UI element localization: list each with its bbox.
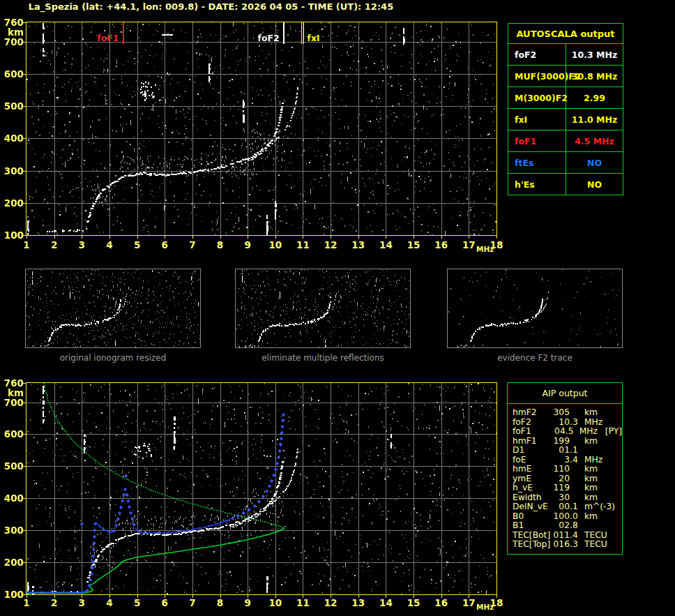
x-tick-label: 11 [293, 598, 312, 608]
x-axis-tick [54, 595, 55, 598]
aip-param-cell: foE [508, 456, 553, 465]
aip-param-cell: Ewidth [508, 493, 553, 503]
x-tick-label: 12 [321, 240, 340, 250]
aip-param-cell: B0 [508, 512, 553, 522]
x-tick-label: 7 [183, 598, 202, 608]
x-axis-tick [109, 595, 110, 598]
y-axis-tick [23, 594, 26, 595]
x-tick-label: 16 [432, 240, 451, 250]
x-axis-tick [496, 236, 497, 239]
y-axis-tick [23, 562, 26, 563]
y-axis-tick [23, 530, 26, 531]
aip-value-int: 305 [553, 408, 570, 418]
x-axis-tick [386, 236, 386, 239]
aip-note-cell [611, 502, 612, 512]
y-axis-tick [23, 434, 26, 435]
autoscala-row: h'EsNO [508, 174, 623, 195]
y-tick-label: 600 [1, 429, 24, 439]
x-tick-label: 1 [17, 240, 36, 250]
aip-unit-cell: MHz [580, 418, 611, 428]
x-tick-label: 15 [404, 240, 423, 250]
aip-value-frac [570, 493, 580, 503]
aip-value-int: 00 [553, 502, 570, 512]
aip-row: h_vE119km [508, 483, 622, 493]
aip-row: hmF2305km [508, 408, 622, 418]
autoscala-param-cell: ftEs [508, 152, 566, 173]
x-axis-tick [414, 595, 414, 598]
x-tick-label: 5 [128, 598, 147, 608]
x-axis-tick [275, 595, 276, 598]
aip-param-cell: DelN_vE [508, 502, 553, 512]
aip-param-cell: B1 [508, 521, 553, 531]
x-tick-label: 10 [266, 598, 285, 608]
x-axis-tick [165, 236, 165, 239]
autoscala-param-cell: MUF(3000)F2 [508, 66, 566, 87]
x-axis-tick [275, 236, 276, 239]
x-axis-tick [496, 595, 497, 598]
aip-row: foE3.4MHz [508, 456, 622, 465]
ionogram-plot-top: foF1 foF2 fxI [26, 22, 497, 236]
aip-row: foF104.5MHz[PY] [508, 427, 622, 437]
aip-table-body: hmF2305kmfoF210.3MHzfoF104.5MHz[PY]hmF11… [508, 404, 622, 550]
y-tick-label: 500 [1, 101, 24, 111]
y-axis-tick [23, 466, 26, 467]
y-tick-label: 600 [1, 69, 24, 79]
x-axis-tick [220, 236, 221, 239]
x-axis-tick [137, 595, 138, 598]
y-tick-label: 500 [1, 461, 24, 471]
y-axis-tick [23, 403, 26, 403]
aip-unit-cell: km [580, 483, 611, 493]
aip-unit-cell: km [580, 512, 611, 522]
y-tick-label: 400 [1, 493, 24, 503]
x-tick-label: 3 [72, 598, 91, 608]
x-axis-unit-label: MHz [476, 603, 494, 611]
x-tick-label: 8 [211, 240, 230, 250]
ionogram-plot-bottom [26, 382, 497, 595]
x-tick-label: 14 [376, 598, 395, 608]
x-tick-label: 11 [293, 240, 312, 250]
aip-unit-cell: MHz [580, 456, 611, 465]
aip-value-frac [570, 465, 580, 474]
autoscala-row: fxI11.0 MHz [508, 109, 623, 130]
x-axis-tick [414, 236, 414, 239]
aip-unit-cell [580, 446, 611, 456]
autoscala-value-cell: NO [566, 152, 623, 173]
autoscala-param-cell: M(3000)F2 [508, 87, 566, 108]
y-axis-tick [23, 22, 26, 23]
aip-row: hmF1199km [508, 437, 622, 446]
ionogram-canvas-top [26, 22, 496, 235]
aip-value-int: 100 [553, 512, 570, 522]
aip-value-int: 01 [553, 446, 570, 456]
x-tick-label: 12 [321, 598, 340, 608]
aip-note-cell [611, 512, 612, 522]
aip-value-int: 10 [553, 418, 570, 428]
x-axis-tick [441, 236, 442, 239]
x-tick-label: 5 [128, 240, 147, 250]
autoscala-output-table: AUTOSCALA output foF210.3 MHzMUF(3000)F2… [508, 23, 623, 195]
aip-unit-cell: km [580, 474, 611, 484]
aip-value-frac: .0 [570, 512, 580, 522]
thumbnail-caption-evidence: evidence F2 trace [447, 353, 623, 363]
autoscala-row: M(3000)F22.99 [508, 87, 623, 109]
aip-unit-cell: m^(-3) [580, 502, 611, 512]
aip-note-cell [611, 437, 612, 446]
station-info-title: La_Spezia (lat: +44.1, lon: 009.8) - DAT… [21, 1, 401, 12]
y-tick-label: 760 [1, 378, 24, 388]
aip-value-int: 20 [553, 474, 570, 484]
x-axis-tick [358, 236, 359, 239]
y-axis-tick [23, 106, 26, 107]
autoscala-value-cell: 2.99 [566, 87, 623, 108]
x-tick-label: 16 [432, 598, 451, 608]
x-tick-label: 7 [183, 240, 202, 250]
autoscala-value-cell: 10.3 MHz [566, 44, 623, 65]
y-tick-label: 700 [1, 398, 24, 407]
y-axis-tick [23, 203, 26, 204]
aip-row: TEC[Bot]011.4TECU [508, 531, 622, 541]
autoscala-param-cell: h'Es [508, 174, 566, 195]
y-tick-label: 200 [1, 557, 24, 567]
autoscala-table-body: foF210.3 MHzMUF(3000)F230.8 MHzM(3000)F2… [508, 44, 623, 195]
x-tick-label: 1 [17, 598, 36, 608]
aip-unit-cell: km [580, 408, 611, 418]
aip-value-frac: .1 [570, 446, 580, 456]
aip-note-cell [611, 521, 612, 531]
